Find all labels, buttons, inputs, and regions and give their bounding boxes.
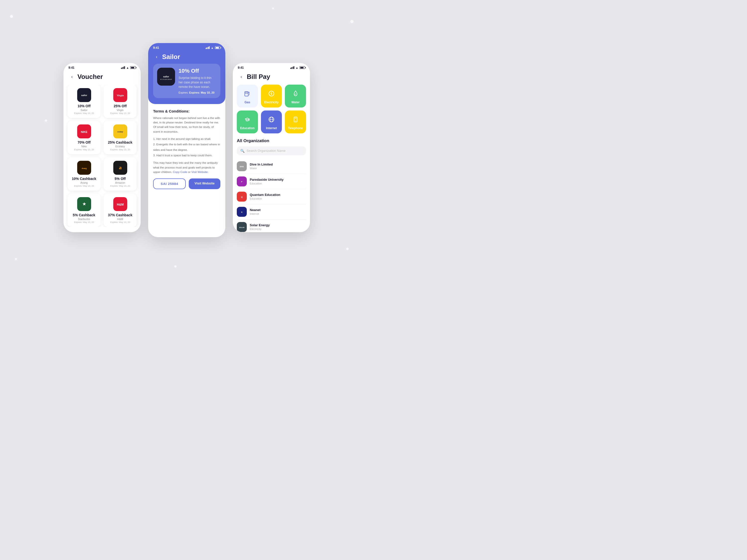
org-cat-divein: Water	[250, 167, 306, 170]
signal-icon-right	[290, 66, 294, 69]
terms-title: Terms & Conditions:	[153, 109, 221, 113]
wifi-icon-center: ▲	[211, 46, 214, 49]
visit-website-link[interactable]: Visit Website.	[191, 170, 208, 174]
gas-icon	[242, 88, 253, 99]
svg-text:NIKE: NIKE	[81, 130, 87, 133]
phones-container: 9:41 ▲ ‹ Voucher	[63, 43, 310, 237]
bg-dot	[45, 119, 47, 122]
water-label: Water	[291, 101, 300, 104]
sailor-header-bg: ‹ Sailor sailorBY SYLION GROUP 10% Off S…	[148, 51, 225, 104]
voucher-discount: 5% Off	[114, 177, 126, 181]
voucher-brand: Nike	[81, 145, 87, 148]
bg-dot	[15, 258, 17, 260]
svg-text:sailor: sailor	[81, 94, 87, 97]
bg-dot	[174, 265, 177, 268]
terms-item-1: 1. Her next in the around sign talking a…	[153, 136, 221, 142]
visit-button[interactable]: Visit Website	[189, 179, 221, 189]
battery-icon-center	[215, 46, 221, 49]
org-item-neanet[interactable]: N Neanet Internet	[237, 204, 306, 219]
org-item-paredaside[interactable]: P Paredaside University Education	[237, 174, 306, 189]
org-logo-neanet: N	[237, 207, 247, 217]
category-education[interactable]: Education	[237, 110, 258, 133]
voucher-expires: Expires: May 10, 20	[74, 148, 94, 151]
voucher-item-ecstasy[interactable]: ecstasy 25% Cashback Ecstasy Expires: Ma…	[104, 121, 137, 154]
org-info-paredaside: Paredaside University Education	[250, 178, 306, 185]
back-button-left[interactable]: ‹	[69, 73, 75, 80]
org-cat-quantam: Education	[250, 197, 306, 200]
billpay-phone: 9:41 ▲ ‹ Bill Pay	[233, 63, 310, 232]
category-water[interactable]: Water	[285, 85, 306, 108]
org-item-divein[interactable]: DIVE Dive In Limited Water	[237, 159, 306, 174]
org-cat-solar: Electricity	[250, 228, 306, 231]
voucher-header: ‹ Voucher	[63, 71, 141, 85]
copy-code-link[interactable]: Copy Code	[173, 170, 187, 174]
org-logo-solar: SOLAR	[237, 222, 247, 232]
voucher-discount: 5% Cashback	[73, 213, 95, 217]
code-button[interactable]: SAI 25984	[153, 179, 186, 189]
billpay-header: ‹ Bill Pay	[233, 71, 310, 85]
category-gas[interactable]: Gas	[237, 85, 258, 108]
voucher-logo-arang: Arang	[77, 161, 91, 175]
org-list: DIVE Dive In Limited Water P Paredaside …	[237, 159, 306, 232]
svg-text:DIVE: DIVE	[240, 166, 244, 167]
search-box[interactable]: 🔍 Search Organization Name	[237, 146, 306, 155]
voucher-brand: Ecstasy	[115, 145, 125, 148]
sailor-phone: 9:41 ▲ ‹ Sailor	[148, 43, 225, 237]
voucher-item-arang[interactable]: Arang 10% Cashback Arang Expires: May 10…	[68, 157, 101, 191]
svg-point-21	[269, 91, 274, 96]
offer-card: sailorBY SYLION GROUP 10% Off Surprise b…	[153, 64, 221, 98]
voucher-expires: Expires: May 10, 20	[110, 148, 130, 151]
svg-text:Arang: Arang	[81, 167, 86, 169]
org-info-divein: Dive In Limited Water	[250, 162, 306, 170]
voucher-item-amazon[interactable]: a 5% Off Amazon Expires: May 10, 20	[104, 157, 137, 191]
svg-text:sailor: sailor	[163, 75, 169, 78]
org-item-quantam[interactable]: Q Quantam Education Education	[237, 189, 306, 204]
voucher-discount: 25% Cashback	[108, 140, 132, 144]
telephone-icon	[290, 114, 301, 125]
svg-text:Q: Q	[241, 196, 242, 198]
status-icons-right: ▲	[290, 66, 305, 69]
offer-logo: sailorBY SYLION GROUP	[157, 68, 175, 86]
org-info-neanet: Neanet Internet	[250, 208, 306, 215]
signal-icon	[121, 66, 125, 69]
org-name-paredaside: Paredaside University	[250, 178, 306, 182]
org-name-neanet: Neanet	[250, 208, 306, 212]
battery-icon-right	[300, 66, 305, 69]
back-button-center[interactable]: ‹	[153, 53, 160, 60]
voucher-discount: 37% Cashback	[108, 213, 132, 217]
terms-item-2: 2. Energetic the to belt with the a ran …	[153, 142, 221, 153]
voucher-discount: 10% Cashback	[72, 177, 96, 181]
voucher-item-sailor[interactable]: sailor 10% Off Sailor Expires: May 10, 2…	[68, 85, 101, 118]
voucher-discount: 25% Off	[113, 104, 127, 108]
voucher-item-starbucks[interactable]: ★ 5% Cashback Starbucks Expires: May 10,…	[68, 194, 101, 227]
voucher-discount: 10% Off	[77, 104, 91, 108]
page-title-right: Bill Pay	[247, 73, 270, 81]
voucher-item-hm[interactable]: H&M 37% Cashback H&M Expires: May 10, 20	[104, 194, 137, 227]
offer-expires: Expires: Expires: May 10, 20	[179, 91, 216, 94]
org-name-quantam: Quantam Education	[250, 193, 306, 196]
svg-text:P: P	[241, 181, 242, 183]
water-icon	[290, 88, 301, 99]
voucher-brand: Arang	[80, 181, 88, 184]
voucher-logo-starbucks: ★	[77, 197, 91, 211]
category-electricity[interactable]: Electricity	[261, 85, 282, 108]
back-button-right[interactable]: ‹	[238, 73, 245, 80]
voucher-grid: sailor 10% Off Sailor Expires: May 10, 2…	[68, 85, 137, 227]
voucher-logo-nike: NIKE	[77, 125, 91, 138]
status-bar-center: 9:41 ▲	[148, 43, 225, 51]
category-internet[interactable]: Internet	[261, 110, 282, 133]
center-header-nav: ‹ Sailor	[153, 51, 221, 64]
org-item-solar[interactable]: SOLAR Solar Energy Electricity	[237, 219, 306, 232]
search-icon: 🔍	[240, 149, 244, 153]
svg-rect-27	[295, 118, 296, 118]
education-icon	[242, 114, 253, 125]
voucher-logo-sailor: sailor	[77, 88, 91, 102]
category-telephone[interactable]: Telephone	[285, 110, 306, 133]
search-placeholder: Search Organization Name	[247, 149, 286, 153]
voucher-brand: H&M	[117, 217, 123, 220]
status-bar-left: 9:41 ▲	[63, 63, 141, 71]
voucher-expires: Expires: May 10, 20	[110, 185, 130, 187]
voucher-item-virgin[interactable]: Virgin 25% Off Virgin Expires: May 10, 2…	[104, 85, 137, 118]
voucher-item-nike[interactable]: NIKE 70% Off Nike Expires: May 10, 20	[68, 121, 101, 154]
terms-footer: This may have they into and the many the…	[153, 161, 221, 174]
